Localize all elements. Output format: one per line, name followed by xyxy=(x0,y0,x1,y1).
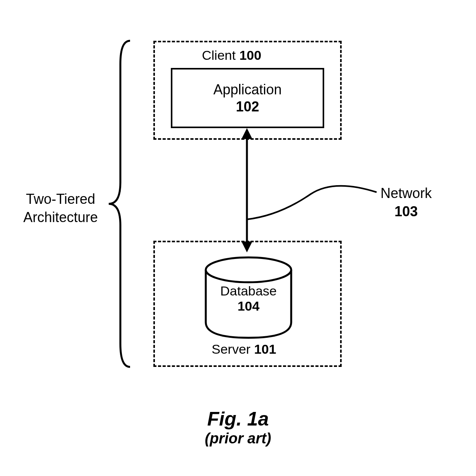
architecture-title: Two-Tiered Architecture xyxy=(23,190,98,227)
application-ref: 102 xyxy=(236,99,259,115)
client-label: Client 100 xyxy=(202,48,261,63)
application-box: Application 102 xyxy=(171,68,324,128)
figure-note: (prior art) xyxy=(0,430,476,447)
server-ref: 101 xyxy=(254,342,276,356)
network-ref: 103 xyxy=(380,203,432,221)
database-name: Database xyxy=(219,283,278,299)
server-label: Server 101 xyxy=(212,342,276,357)
figure-caption: Fig. 1a (prior art) xyxy=(0,408,476,447)
network-label: Network 103 xyxy=(380,184,432,221)
figure-number: Fig. 1a xyxy=(0,408,476,430)
arch-line2: Architecture xyxy=(23,209,98,225)
server-name: Server xyxy=(212,342,250,356)
arch-line1: Two-Tiered xyxy=(26,191,96,207)
two-tier-architecture-diagram: Two-Tiered Architecture Client 100 Appli… xyxy=(0,0,476,476)
application-name: Application xyxy=(213,82,281,98)
database-ref: 104 xyxy=(219,299,278,314)
database-label: Database 104 xyxy=(219,283,278,314)
client-ref: 100 xyxy=(239,48,261,63)
network-name: Network xyxy=(380,185,432,201)
client-name: Client xyxy=(202,48,236,63)
